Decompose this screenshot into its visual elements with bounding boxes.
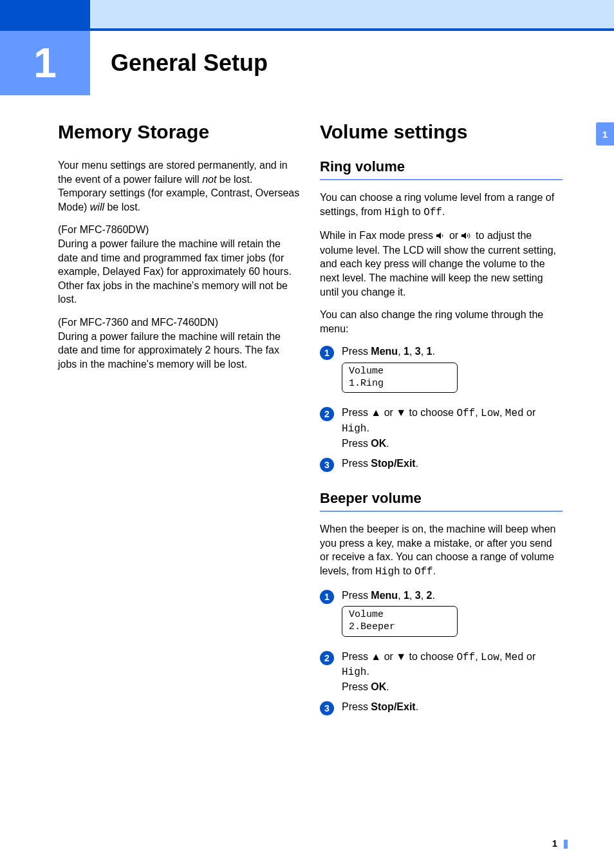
header-bar-accent	[0, 0, 90, 28]
ring-step-2: 2 Press ▲ or ▼ to choose Off, Low, Med o…	[320, 406, 563, 450]
chapter-header: 1 General Setup	[0, 31, 614, 95]
step-badge-3: 3	[320, 458, 334, 472]
beeper-step-1: 1 Press Menu, 1, 3, 2. Volume 2.Beeper	[320, 589, 563, 643]
step-badge-3: 3	[320, 701, 334, 715]
step-badge-1: 1	[320, 590, 334, 604]
volume-settings-title: Volume settings	[320, 121, 563, 143]
memory-storage-p3: (For MFC-7360 and MFC-7460DN) During a p…	[58, 316, 301, 371]
ring-volume-p2: While in Fax mode press or to adjust the…	[320, 229, 563, 299]
memory-storage-title: Memory Storage	[58, 121, 301, 143]
header-bar	[0, 0, 614, 31]
chapter-title: General Setup	[111, 50, 268, 77]
page-content: Memory Storage Your menu settings are st…	[0, 121, 614, 722]
ring-volume-p1: You can choose a ring volume level from …	[320, 191, 563, 220]
ring-step-1: 1 Press Menu, 1, 3, 1. Volume 1.Ring	[320, 344, 563, 399]
step-badge-2: 2	[320, 651, 334, 665]
chapter-number-box: 1	[0, 31, 90, 95]
ring-steps: 1 Press Menu, 1, 3, 1. Volume 1.Ring 2 P…	[320, 344, 563, 472]
speaker-low-icon	[436, 229, 447, 243]
beeper-volume-title: Beeper volume	[320, 490, 563, 512]
section-tab: 1	[596, 122, 614, 146]
speaker-high-icon	[461, 229, 473, 243]
beeper-step-2: 2 Press ▲ or ▼ to choose Off, Low, Med o…	[320, 650, 563, 694]
ring-volume-p3: You can also change the ring volume thro…	[320, 308, 563, 335]
ring-volume-title: Ring volume	[320, 158, 563, 180]
step-badge-1: 1	[320, 346, 334, 360]
page-number: 1	[552, 838, 568, 849]
step-badge-2: 2	[320, 407, 334, 421]
chapter-number: 1	[33, 39, 57, 87]
left-column: Memory Storage Your menu settings are st…	[58, 121, 301, 722]
beeper-volume-p1: When the beeper is on, the machine will …	[320, 522, 563, 579]
beeper-lcd: Volume 2.Beeper	[342, 606, 458, 637]
page-number-accent	[564, 840, 568, 849]
memory-storage-p1: Your menu settings are stored permanentl…	[58, 158, 301, 214]
beeper-step-3: 3 Press Stop/Exit.	[320, 700, 563, 715]
beeper-steps: 1 Press Menu, 1, 3, 2. Volume 2.Beeper 2…	[320, 589, 563, 716]
ring-lcd: Volume 1.Ring	[342, 363, 458, 393]
memory-storage-p2: (For MFC-7860DW) During a power failure …	[58, 223, 301, 307]
right-column: Volume settings Ring volume You can choo…	[320, 121, 563, 722]
ring-step-3: 3 Press Stop/Exit.	[320, 457, 563, 472]
